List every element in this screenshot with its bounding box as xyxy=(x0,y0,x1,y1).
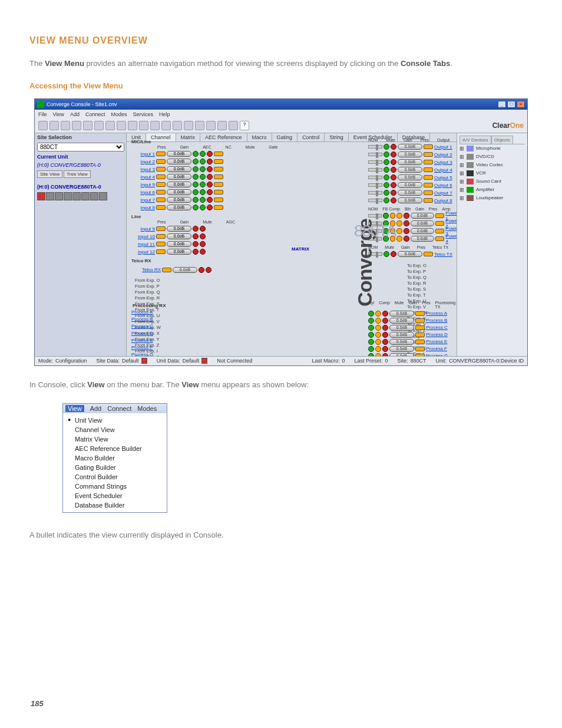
mute-dot[interactable] xyxy=(391,174,396,180)
gain-pill[interactable]: 0.0dB xyxy=(411,213,434,219)
menu-services[interactable]: Services xyxy=(133,111,153,117)
pres-toggle[interactable] xyxy=(156,159,166,164)
mute-dot[interactable] xyxy=(193,241,199,247)
input-label[interactable]: Input 5 xyxy=(130,182,155,187)
nom-dot[interactable] xyxy=(384,151,389,157)
blh-dot[interactable] xyxy=(396,228,402,234)
slider[interactable] xyxy=(368,252,382,256)
aec-dot[interactable] xyxy=(193,189,199,195)
mute-dot[interactable] xyxy=(193,249,199,255)
dyl-dot[interactable] xyxy=(368,353,374,356)
slider[interactable] xyxy=(368,183,382,187)
nc-dot[interactable] xyxy=(200,151,206,157)
dyl-dot[interactable] xyxy=(368,332,374,338)
output-label[interactable]: Output 7 xyxy=(434,190,452,196)
comp-dot[interactable] xyxy=(375,353,381,356)
output-label[interactable]: Output 4 xyxy=(434,167,452,173)
nom-dot[interactable] xyxy=(384,174,389,180)
pres-toggle[interactable] xyxy=(156,151,166,156)
gain-pill[interactable]: 0.0dB xyxy=(389,311,414,317)
telco-mute-dot[interactable] xyxy=(199,267,204,273)
right-tab-objects[interactable]: Objects xyxy=(491,136,513,144)
gain-pill[interactable]: 0.0dB xyxy=(398,159,422,165)
view-menu-head-connect[interactable]: Connect xyxy=(107,405,131,412)
process-tx-label[interactable]: Process C xyxy=(426,325,448,330)
toolbar-icon[interactable] xyxy=(72,121,81,130)
pres-toggle[interactable] xyxy=(415,340,425,344)
view-menu-item-channel[interactable]: Channel View xyxy=(68,425,162,434)
gate-toggle[interactable] xyxy=(214,174,223,179)
gain-pill[interactable]: 0.0dB xyxy=(167,166,191,172)
nc-dot[interactable] xyxy=(200,197,206,203)
toolbar-icon[interactable] xyxy=(161,121,171,130)
view-menu-item-event[interactable]: Event Scheduler xyxy=(68,491,162,500)
aec-dot[interactable] xyxy=(193,159,199,164)
av-device-item[interactable]: ⊞DVD/CD xyxy=(459,153,525,161)
menu-add[interactable]: Add xyxy=(70,111,80,117)
gain-pill[interactable]: 0.0dB xyxy=(411,236,434,242)
agc-dot[interactable] xyxy=(200,233,206,239)
output-label[interactable]: Output 5 xyxy=(434,175,452,180)
pres-toggle[interactable] xyxy=(424,198,433,203)
gain-pill[interactable]: 0.0dB xyxy=(167,182,191,187)
gain-pill[interactable]: 0.0dB xyxy=(398,151,422,157)
mute-dot[interactable] xyxy=(207,151,213,157)
view-menu-item-aec[interactable]: AEC Reference Builder xyxy=(68,444,162,453)
toolbar-icon[interactable] xyxy=(206,121,216,130)
mute-dot[interactable] xyxy=(382,332,388,338)
mute-dot[interactable] xyxy=(404,213,409,219)
pres-toggle[interactable] xyxy=(435,236,444,241)
site-view-button[interactable]: Site View xyxy=(37,170,62,178)
mute-dot[interactable] xyxy=(207,166,213,172)
nc-dot[interactable] xyxy=(200,166,206,172)
input-label[interactable]: Input 9 xyxy=(130,226,155,232)
mute-dot[interactable] xyxy=(193,226,199,232)
comp-dot[interactable] xyxy=(375,346,381,352)
pres-toggle[interactable] xyxy=(415,311,425,316)
input-label[interactable]: Input 1 xyxy=(130,151,155,157)
gain-pill[interactable]: 0.0dB xyxy=(389,325,414,331)
toolbar-icon[interactable] xyxy=(83,121,92,130)
gain-pill[interactable]: 0.0dB xyxy=(398,144,422,150)
mute-dot[interactable] xyxy=(193,233,199,239)
pres-toggle[interactable] xyxy=(415,354,425,356)
toolbar-icon[interactable] xyxy=(105,121,115,130)
gain-pill[interactable]: 0.0dB xyxy=(389,353,414,356)
gate-toggle[interactable] xyxy=(214,197,223,202)
dyl-dot[interactable] xyxy=(368,346,374,352)
process-label[interactable]: Process A xyxy=(131,309,163,315)
view-menu-head-add[interactable]: Add xyxy=(90,405,102,412)
minimize-button[interactable]: _ xyxy=(498,101,506,108)
telco-nc-dot[interactable] xyxy=(206,267,211,273)
process-tx-label[interactable]: Process D xyxy=(426,332,448,337)
toolbar-icon[interactable] xyxy=(229,121,238,130)
process-label[interactable]: Process C xyxy=(131,324,163,329)
pres-toggle[interactable] xyxy=(435,229,444,233)
slider[interactable] xyxy=(368,176,382,179)
gain-pill[interactable]: 0.0dB xyxy=(389,346,414,352)
slider[interactable] xyxy=(368,153,382,156)
av-device-item[interactable]: ⊞Loudspeaker xyxy=(459,194,525,202)
gain-pill[interactable]: 0.0dB xyxy=(167,205,191,210)
slider[interactable] xyxy=(368,145,382,149)
menu-file[interactable]: File xyxy=(38,111,47,117)
toolbar-icon[interactable] xyxy=(173,121,182,130)
process-label[interactable]: Process B xyxy=(131,317,163,322)
dyl-dot[interactable] xyxy=(368,339,374,345)
nom-dot[interactable] xyxy=(384,167,389,173)
comp-dot[interactable] xyxy=(375,318,381,324)
gate-toggle[interactable] xyxy=(214,159,223,164)
nc-dot[interactable] xyxy=(200,159,206,164)
output-label[interactable]: Output 8 xyxy=(434,198,452,203)
pres-toggle[interactable] xyxy=(415,325,425,330)
aec-dot[interactable] xyxy=(193,197,199,203)
av-device-item[interactable]: ⊞Microphone xyxy=(459,144,525,153)
pres-toggle[interactable] xyxy=(415,318,425,323)
output-label[interactable]: Output 3 xyxy=(434,160,452,165)
av-device-item[interactable]: ⊞VCR xyxy=(459,169,525,177)
gain-pill[interactable]: 0.0dB xyxy=(167,241,191,247)
view-menu-item-unit[interactable]: Unit View xyxy=(68,416,162,425)
toolbar-icon[interactable] xyxy=(150,121,160,130)
slider[interactable] xyxy=(368,168,382,172)
dyl-dot[interactable] xyxy=(368,311,374,317)
